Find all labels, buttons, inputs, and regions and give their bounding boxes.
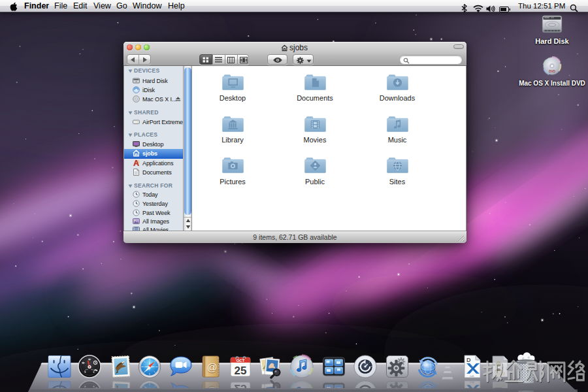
svg-text:DVD: DVD xyxy=(549,70,555,73)
svg-text:.kdk: .kdk xyxy=(469,374,474,378)
svg-text:25: 25 xyxy=(235,382,247,389)
svg-text:@: @ xyxy=(206,362,217,373)
svg-text:D: D xyxy=(466,357,471,363)
svg-text:.kdk: .kdk xyxy=(469,381,474,384)
svg-text:25: 25 xyxy=(235,365,247,377)
svg-text:@: @ xyxy=(206,386,217,389)
